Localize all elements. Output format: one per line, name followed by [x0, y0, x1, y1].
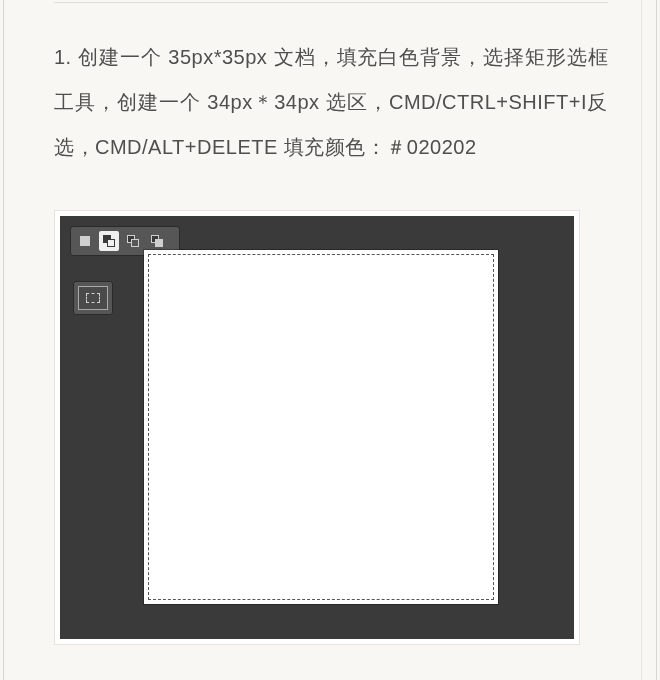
marquee-tool-button[interactable]	[73, 281, 113, 315]
step-instruction: 1. 创建一个 35px*35px 文档，填充白色背景，选择矩形选框工具，创建一…	[54, 35, 608, 170]
artboard	[144, 250, 498, 604]
top-divider	[54, 2, 608, 3]
mode-intersect-icon[interactable]	[147, 231, 167, 251]
mode-subtract-icon[interactable]	[123, 231, 143, 251]
photoshop-canvas	[60, 216, 574, 639]
overlap-intersect-icon	[151, 235, 163, 247]
overlap-subtract-icon	[127, 235, 139, 247]
marquee-tool-frame	[78, 286, 108, 310]
page-border-left	[3, 0, 4, 680]
content-wrap: 1. 创建一个 35px*35px 文档，填充白色背景，选择矩形选框工具，创建一…	[8, 2, 652, 645]
step-number: 1.	[54, 46, 72, 68]
marquee-tool-icon	[86, 293, 100, 303]
step-body: 创建一个 35px*35px 文档，填充白色背景，选择矩形选框工具，创建一个 3…	[54, 46, 608, 158]
figure-container	[54, 210, 580, 645]
square-solid-icon	[80, 236, 90, 246]
overlap-add-icon	[103, 235, 115, 247]
mode-normal-icon[interactable]	[75, 231, 95, 251]
content-border-right	[641, 0, 642, 680]
mode-add-icon[interactable]	[99, 231, 119, 251]
page-border-right	[656, 0, 657, 680]
marquee-selection	[148, 254, 494, 600]
